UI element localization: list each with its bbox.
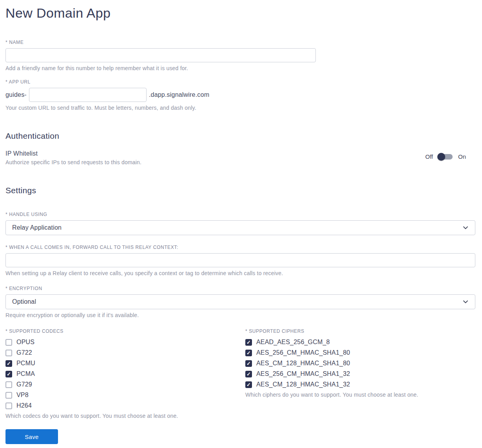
toggle-knob-icon xyxy=(437,153,445,161)
relay-context-field-group: * WHEN A CALL COMES IN, FORWARD CALL TO … xyxy=(5,245,475,276)
supported-ciphers-label: * SUPPORTED CIPHERS xyxy=(245,328,475,334)
name-input[interactable] xyxy=(5,48,316,62)
app-url-suffix: .dapp.signalwire.com xyxy=(149,91,209,98)
encryption-label: * ENCRYPTION xyxy=(5,286,475,291)
cipher-list: ✓AEAD_AES_256_GCM_8✓AES_256_CM_HMAC_SHA1… xyxy=(245,339,475,388)
checkbox-label: PCMU xyxy=(16,360,35,367)
checkbox-unchecked-icon[interactable] xyxy=(5,350,12,356)
encryption-helper: Require encryption or optionally use it … xyxy=(5,312,475,318)
authentication-heading: Authentication xyxy=(5,131,475,141)
checkbox-item[interactable]: ✓PCMA xyxy=(5,370,245,377)
encryption-field-group: * ENCRYPTION Optional Require encryption… xyxy=(5,286,475,318)
app-url-field-group: * APP URL guides- .dapp.signalwire.com Y… xyxy=(5,79,475,111)
name-label: * NAME xyxy=(5,40,475,45)
ip-whitelist-toggle[interactable] xyxy=(439,154,453,160)
relay-context-label: * WHEN A CALL COMES IN, FORWARD CALL TO … xyxy=(5,245,475,250)
checkbox-checked-icon[interactable]: ✓ xyxy=(5,360,12,367)
checkbox-checked-icon[interactable]: ✓ xyxy=(245,381,252,388)
ip-whitelist-toggle-group: Off On xyxy=(425,153,466,160)
toggle-on-label: On xyxy=(458,153,466,160)
app-url-input[interactable] xyxy=(29,88,147,102)
encryption-value: Optional xyxy=(12,298,36,305)
codecs-helper: Which codecs do you want to support. You… xyxy=(5,413,245,419)
checkbox-label: VP8 xyxy=(16,392,29,399)
checkbox-checked-icon[interactable]: ✓ xyxy=(5,371,12,377)
checkbox-unchecked-icon[interactable] xyxy=(5,392,12,399)
app-url-helper: Your custom URL to send traffic to. Must… xyxy=(5,105,475,111)
new-domain-app-page: New Domain App * NAME Add a friendly nam… xyxy=(0,0,482,448)
checkbox-label: G722 xyxy=(16,349,32,356)
ip-whitelist-helper: Authorize specific IPs to send requests … xyxy=(5,159,141,165)
checkbox-item[interactable]: G729 xyxy=(5,381,245,388)
checkbox-item[interactable]: H264 xyxy=(5,402,245,409)
settings-heading: Settings xyxy=(5,186,475,195)
supported-codecs-label: * SUPPORTED CODECS xyxy=(5,328,245,334)
supported-ciphers-group: * SUPPORTED CIPHERS ✓AEAD_AES_256_GCM_8✓… xyxy=(245,328,475,419)
app-url-row: guides- .dapp.signalwire.com xyxy=(5,88,475,102)
relay-context-input[interactable] xyxy=(5,253,475,267)
checkbox-label: OPUS xyxy=(16,339,34,346)
checkbox-item[interactable]: ✓AES_256_CM_HMAC_SHA1_80 xyxy=(245,349,475,356)
name-helper: Add a friendly name for this number to h… xyxy=(5,65,475,71)
checkbox-label: AES_256_CM_HMAC_SHA1_32 xyxy=(256,370,350,377)
handle-using-label: * HANDLE USING xyxy=(5,212,475,217)
handle-using-field-group: * HANDLE USING Relay Application xyxy=(5,212,475,235)
checkbox-item[interactable]: ✓AES_CM_128_HMAC_SHA1_80 xyxy=(245,360,475,367)
checkbox-checked-icon[interactable]: ✓ xyxy=(245,350,252,356)
checkbox-item[interactable]: G722 xyxy=(5,349,245,356)
supported-codecs-group: * SUPPORTED CODECS OPUSG722✓PCMU✓PCMAG72… xyxy=(5,328,245,419)
ip-whitelist-row: IP Whitelist Authorize specific IPs to s… xyxy=(5,150,475,165)
toggle-off-label: Off xyxy=(425,153,433,160)
checkbox-item[interactable]: ✓PCMU xyxy=(5,360,245,367)
relay-context-helper: When setting up a Relay client to receiv… xyxy=(5,270,475,276)
encryption-select[interactable]: Optional xyxy=(5,294,475,309)
checkbox-unchecked-icon[interactable] xyxy=(5,381,12,388)
handle-using-value: Relay Application xyxy=(12,224,62,231)
checkbox-label: PCMA xyxy=(16,370,35,377)
checkbox-item[interactable]: OPUS xyxy=(5,339,245,346)
codecs-ciphers-section: * SUPPORTED CODECS OPUSG722✓PCMU✓PCMAG72… xyxy=(5,328,475,419)
checkbox-checked-icon[interactable]: ✓ xyxy=(245,360,252,367)
app-url-label: * APP URL xyxy=(5,79,475,85)
checkbox-item[interactable]: ✓AES_256_CM_HMAC_SHA1_32 xyxy=(245,370,475,377)
ciphers-helper: Which ciphers do you want to support. Yo… xyxy=(245,392,475,398)
checkbox-label: H264 xyxy=(16,402,32,409)
chevron-down-icon xyxy=(462,225,469,231)
checkbox-label: G729 xyxy=(16,381,32,388)
handle-using-select[interactable]: Relay Application xyxy=(5,220,475,235)
name-field-group: * NAME Add a friendly name for this numb… xyxy=(5,40,475,71)
codec-list: OPUSG722✓PCMU✓PCMAG729VP8H264 xyxy=(5,339,245,409)
chevron-down-icon xyxy=(462,299,469,305)
checkbox-checked-icon[interactable]: ✓ xyxy=(245,339,252,346)
checkbox-unchecked-icon[interactable] xyxy=(5,339,12,346)
page-title: New Domain App xyxy=(5,4,475,21)
checkbox-label: AES_CM_128_HMAC_SHA1_32 xyxy=(256,381,350,388)
ip-whitelist-label: IP Whitelist xyxy=(5,150,141,157)
checkbox-item[interactable]: ✓AEAD_AES_256_GCM_8 xyxy=(245,339,475,346)
checkbox-item[interactable]: ✓AES_CM_128_HMAC_SHA1_32 xyxy=(245,381,475,388)
save-button[interactable]: Save xyxy=(5,429,58,444)
checkbox-unchecked-icon[interactable] xyxy=(5,403,12,409)
app-url-prefix: guides- xyxy=(5,91,27,98)
checkbox-label: AES_256_CM_HMAC_SHA1_80 xyxy=(256,349,350,356)
checkbox-checked-icon[interactable]: ✓ xyxy=(245,371,252,377)
checkbox-label: AEAD_AES_256_GCM_8 xyxy=(256,339,330,346)
checkbox-label: AES_CM_128_HMAC_SHA1_80 xyxy=(256,360,350,367)
ip-whitelist-text: IP Whitelist Authorize specific IPs to s… xyxy=(5,150,141,165)
checkbox-item[interactable]: VP8 xyxy=(5,392,245,399)
